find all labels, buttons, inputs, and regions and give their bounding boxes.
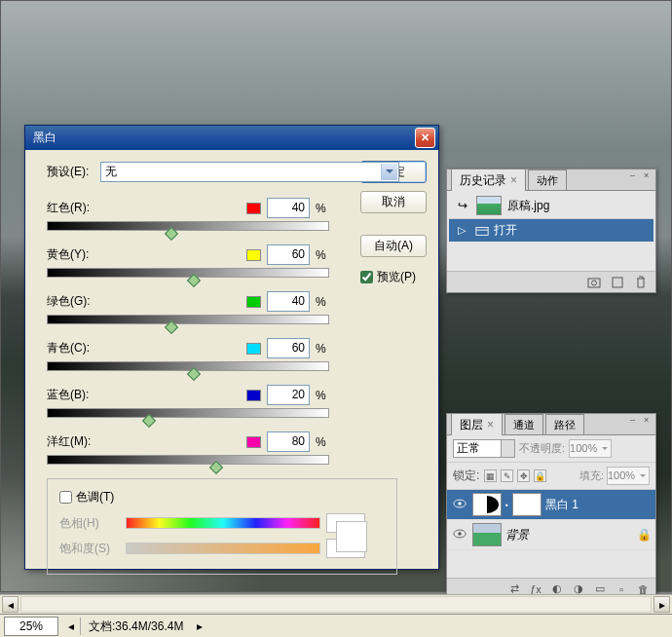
trash-icon[interactable] [634, 276, 648, 289]
cyan-value-input[interactable]: 60 [267, 338, 310, 358]
lock-pixels-icon[interactable]: ✎ [501, 469, 513, 482]
green-swatch-icon [246, 296, 261, 308]
layer-mask-thumb[interactable] [512, 493, 541, 516]
tab-channels[interactable]: 通道 [504, 414, 543, 434]
lock-icon: 🔒 [637, 528, 652, 542]
svg-point-5 [458, 502, 462, 506]
slider-label: 青色(C): [47, 340, 241, 356]
svg-point-2 [592, 281, 597, 285]
scroll-left-icon[interactable]: ◂ [2, 596, 19, 613]
saturation-slider [126, 543, 320, 554]
hue-label: 色相(H) [59, 515, 120, 532]
preview-checkbox-input[interactable] [360, 271, 373, 283]
hue-slider [126, 517, 320, 529]
layer-thumb [472, 523, 502, 546]
slider-thumb[interactable] [187, 274, 201, 287]
yellow-slider[interactable] [47, 268, 329, 278]
preview-label: 预览(P) [377, 269, 416, 285]
history-item-label: 打开 [494, 222, 517, 239]
close-icon[interactable]: ✕ [415, 128, 435, 148]
slider-thumb[interactable] [142, 414, 156, 428]
dialog-titlebar[interactable]: 黑白 ✕ [25, 126, 438, 150]
tint-preview-swatch [336, 521, 367, 552]
open-step-icon [474, 224, 490, 238]
slider-thumb[interactable] [165, 320, 178, 334]
tab-close-icon[interactable]: × [487, 418, 494, 431]
status-doc-label: 文档:36.4M/36.4M [80, 618, 191, 635]
layer-name[interactable]: 黑白 1 [545, 497, 579, 513]
status-menu-icon[interactable]: ▸ [191, 619, 208, 633]
red-value-input[interactable]: 40 [267, 198, 310, 218]
green-value-input[interactable]: 40 [267, 291, 310, 312]
layer-name[interactable]: 背景 [505, 527, 529, 543]
blue-slider[interactable] [47, 408, 329, 418]
percent-label: % [316, 389, 329, 402]
tab-layers[interactable]: 图层× [451, 413, 503, 435]
tab-actions[interactable]: 动作 [528, 169, 567, 190]
fill-label: 填充: [579, 468, 604, 483]
slider-label: 黄色(Y): [47, 246, 241, 263]
visibility-toggle[interactable] [451, 528, 468, 542]
red-slider[interactable] [47, 221, 329, 231]
horizontal-scrollbar[interactable]: ◂ ▸ [0, 594, 672, 614]
lock-transparency-icon[interactable]: ▦ [484, 469, 497, 482]
blue-value-input[interactable]: 20 [267, 385, 310, 405]
dialog-title: 黑白 [33, 130, 415, 146]
zoom-input[interactable]: 25% [4, 617, 58, 636]
red-swatch-icon [246, 203, 261, 214]
status-prev-icon[interactable]: ◂ [62, 619, 80, 633]
svg-rect-3 [613, 278, 622, 287]
slider-label: 绿色(G): [47, 293, 241, 310]
status-bar: 25% ◂ 文档:36.4M/36.4M ▸ [0, 614, 672, 637]
panel-close-icon[interactable]: × [644, 416, 653, 426]
magenta-value-input[interactable]: 80 [267, 431, 310, 452]
preview-checkbox[interactable]: 预览(P) [360, 269, 427, 285]
tab-paths[interactable]: 路径 [545, 414, 584, 434]
history-brush-icon[interactable]: ▷ [453, 224, 470, 237]
panel-close-icon[interactable]: × [644, 171, 653, 181]
slider-label: 洋红(M): [47, 433, 241, 450]
layer-row[interactable]: 背景 🔒 [447, 520, 655, 550]
preset-select[interactable]: 无 [100, 162, 399, 182]
cyan-swatch-icon [246, 343, 261, 355]
tab-label: 图层 [460, 418, 483, 431]
scroll-track[interactable] [20, 596, 652, 613]
tint-checkbox[interactable] [59, 491, 72, 504]
preset-value: 无 [105, 164, 117, 180]
percent-label: % [316, 342, 329, 356]
panel-minimize-icon[interactable]: – [630, 416, 640, 426]
history-snapshot-icon[interactable]: ↪ [455, 199, 470, 212]
history-item[interactable]: ▷ 打开 [449, 219, 653, 242]
green-slider[interactable] [47, 315, 329, 324]
scroll-right-icon[interactable]: ▸ [653, 596, 670, 613]
visibility-toggle[interactable] [451, 498, 468, 511]
yellow-value-input[interactable]: 60 [267, 244, 310, 265]
adjustment-layer-icon [472, 493, 502, 516]
slider-label: 红色(R): [47, 200, 241, 216]
tab-history[interactable]: 历史记录× [451, 169, 526, 191]
saturation-label: 饱和度(S) [59, 541, 120, 557]
blend-mode-value: 正常 [457, 441, 480, 455]
opacity-input[interactable]: 100% [569, 439, 612, 458]
slider-thumb[interactable] [209, 461, 223, 474]
chevron-down-icon[interactable] [501, 440, 514, 457]
tab-close-icon[interactable]: × [510, 173, 517, 187]
percent-label: % [316, 248, 329, 262]
link-icon: ▪ [505, 501, 508, 509]
new-state-icon[interactable] [611, 276, 624, 289]
cancel-button[interactable]: 取消 [360, 191, 427, 213]
cyan-slider[interactable] [47, 361, 329, 371]
lock-all-icon[interactable]: 🔒 [534, 469, 546, 482]
svg-rect-1 [588, 279, 600, 287]
new-snapshot-icon[interactable] [587, 276, 601, 289]
fill-input[interactable]: 100% [607, 467, 650, 485]
magenta-slider[interactable] [47, 455, 329, 465]
lock-position-icon[interactable]: ✥ [517, 469, 530, 482]
panel-minimize-icon[interactable]: – [630, 171, 640, 181]
chevron-down-icon[interactable] [381, 164, 397, 180]
slider-thumb[interactable] [187, 367, 201, 381]
slider-thumb[interactable] [165, 227, 178, 241]
layer-row[interactable]: ▪ 黑白 1 [447, 490, 655, 520]
auto-button[interactable]: 自动(A) [360, 235, 427, 257]
blend-mode-select[interactable]: 正常 [453, 439, 515, 458]
